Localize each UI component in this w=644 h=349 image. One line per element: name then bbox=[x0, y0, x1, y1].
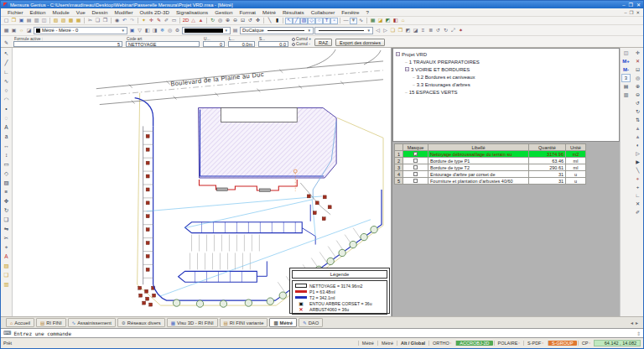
redo-icon[interactable]: ↷ bbox=[128, 17, 136, 24]
play-animation-icon[interactable]: ▶ bbox=[633, 158, 642, 166]
copy-icon[interactable]: ❏ bbox=[94, 17, 101, 24]
color-combo[interactable]: ▼ bbox=[182, 27, 231, 34]
menu-item-outils-2d-3d[interactable]: Outils 2D-3D bbox=[137, 9, 173, 15]
hatch-style-icon[interactable]: ▨ bbox=[2, 261, 11, 270]
open-file-icon[interactable]: ❒ bbox=[10, 17, 18, 24]
display-icon[interactable]: ▭ bbox=[170, 17, 178, 24]
bring-front-icon[interactable]: ◩ bbox=[404, 27, 412, 34]
maximize-button[interactable]: ❐ bbox=[629, 2, 633, 8]
tree-item-1-travaux-preparatoires[interactable]: ‒1 TRAVAUX PREPARATOIRES bbox=[396, 58, 619, 65]
explode-icon[interactable]: ✶ bbox=[457, 27, 465, 34]
menu-item-signalisations[interactable]: Signalisations bbox=[173, 9, 211, 15]
menu-item-collaborer[interactable]: Collaborer bbox=[308, 9, 339, 15]
target-point-icon[interactable]: ⌖ bbox=[633, 174, 642, 183]
drawing-canvas[interactable]: Boulevard de la Plaine au Duc bbox=[13, 48, 392, 316]
zoom-extents-icon[interactable]: ◎ bbox=[633, 74, 642, 82]
tree-root[interactable]: −Projet VRD bbox=[396, 50, 619, 58]
menu-item-[interactable]: ? bbox=[363, 9, 372, 15]
collapse-icon[interactable]: − bbox=[405, 67, 409, 71]
save-layer-icon[interactable]: ▣ bbox=[128, 27, 136, 34]
u-input[interactable]: 0 bbox=[203, 41, 225, 47]
close-button[interactable]: ✕ bbox=[636, 2, 641, 8]
bulb-icon[interactable]: ☼ bbox=[18, 27, 25, 34]
regen-icon[interactable]: ↻ bbox=[633, 107, 642, 116]
draw-line-icon[interactable]: ╱ bbox=[2, 58, 11, 67]
masque-header[interactable]: Masque bbox=[403, 144, 428, 151]
masque-checkbox[interactable] bbox=[413, 172, 418, 176]
offset-icon[interactable]: ≡ bbox=[2, 187, 11, 196]
tree-item-3-2-bordures-et-caniveaux[interactable]: ‒3.2 Bordures et caniveaux bbox=[396, 73, 619, 81]
save-icon[interactable]: ▣ bbox=[18, 17, 25, 24]
dimension-linear-icon[interactable]: ↔ bbox=[2, 141, 11, 150]
table-row-3[interactable]: 3Bordure de type T2290.61ml bbox=[395, 164, 586, 171]
layer-state-icon[interactable]: ◪ bbox=[25, 27, 33, 34]
zoom-out-icon[interactable]: ⊖ bbox=[633, 91, 642, 99]
dimension-vertical-icon[interactable]: ↕ bbox=[2, 150, 11, 159]
import-icon[interactable]: ▤ bbox=[25, 17, 33, 24]
text-icon[interactable]: A bbox=[2, 122, 11, 132]
lineweight-combo[interactable]: ▼ bbox=[314, 27, 373, 34]
corner-node-icon[interactable]: ∟ bbox=[633, 191, 642, 200]
collapse-icon[interactable]: − bbox=[396, 52, 400, 56]
command-line[interactable]: ⌨ Entrez une commande ⇕ bbox=[1, 328, 643, 338]
draw-rectangle-icon[interactable]: ▭ bbox=[2, 159, 11, 169]
zoom-in-icon[interactable]: ⊕ bbox=[224, 17, 231, 24]
draw-arc-icon[interactable]: ◠ bbox=[2, 95, 11, 104]
layer-paste-icon[interactable]: ▩ bbox=[67, 17, 75, 24]
unite-header[interactable]: Unité bbox=[566, 144, 586, 151]
send-back-icon[interactable]: ◪ bbox=[412, 27, 419, 34]
find-icon[interactable]: ◉ bbox=[113, 17, 121, 24]
mode-2d-icon[interactable]: 2D bbox=[182, 17, 190, 24]
menu-item-edition[interactable]: Edition bbox=[27, 9, 49, 15]
markup-icon[interactable]: ◧ bbox=[392, 17, 399, 24]
snap-grid-icon[interactable]: ▲ bbox=[197, 17, 205, 24]
tab-scroll-left-icon[interactable]: ◂ bbox=[631, 320, 633, 326]
doc-close-button[interactable]: ✕ bbox=[636, 10, 640, 15]
metre-plus-icon[interactable]: M+ bbox=[621, 57, 631, 65]
undo-icon[interactable]: ↶ bbox=[121, 17, 128, 24]
tree-item-3-voirie-et-bordures[interactable]: −3 VOIRIE ET BORDURES bbox=[396, 65, 619, 73]
new-file-icon[interactable]: ▢ bbox=[3, 17, 10, 24]
layer-manage-icon[interactable]: ▦ bbox=[75, 17, 82, 24]
draw-line-icon[interactable]: ╲ bbox=[266, 17, 273, 24]
isolate-layer-icon[interactable]: ◎ bbox=[166, 27, 174, 34]
menu-item-m-tr[interactable]: Métré bbox=[259, 9, 279, 15]
zoom-out-icon[interactable]: ⊖ bbox=[231, 17, 239, 24]
grid-toggle-icon[interactable]: ▦ bbox=[3, 27, 10, 34]
unlock-layer-icon[interactable]: ◨ bbox=[151, 27, 158, 34]
face-up-icon[interactable]: ▲ bbox=[633, 124, 642, 133]
hatch-icon[interactable]: ▨ bbox=[2, 178, 11, 187]
snap-object-icon[interactable]: △ bbox=[190, 17, 197, 24]
trim-icon[interactable]: ✂ bbox=[2, 233, 11, 242]
tab-ri-fini-variante[interactable]: ▤RI FINI variante bbox=[220, 318, 268, 327]
table-row-1[interactable]: 1✓Nettoyage débroussaillage du terrain s… bbox=[395, 151, 586, 158]
status-toggle-accrobj-2d[interactable]: ACCROBJ-2D bbox=[455, 341, 492, 346]
table-row-4[interactable]: 4Entourage d'arbre par corset de31u bbox=[395, 171, 586, 178]
measure-icon[interactable]: ✛ bbox=[148, 17, 155, 24]
masque-checkbox[interactable] bbox=[413, 165, 418, 169]
view-3d-icon[interactable]: ◪ bbox=[377, 17, 384, 24]
block-library-icon[interactable]: ❏ bbox=[2, 270, 11, 279]
tab-assainissement[interactable]: ∿Assainissement bbox=[68, 318, 116, 327]
command-input[interactable]: Entrez une commande bbox=[13, 331, 71, 336]
menu-item-fen-tre[interactable]: Fenêtre bbox=[338, 9, 362, 15]
masque-checkbox[interactable]: ✓ bbox=[413, 152, 418, 156]
minimize-button[interactable]: – bbox=[622, 2, 625, 8]
sheet-style-icon[interactable]: ▥ bbox=[2, 279, 11, 289]
menu-item-vue[interactable]: Vue bbox=[73, 9, 89, 15]
status-toggle-polaire[interactable]: POLAIRE° bbox=[494, 341, 523, 346]
screen-view-icon[interactable]: ▮ bbox=[273, 17, 281, 24]
tab-r-seaux-divers[interactable]: ⚙Réseaux divers bbox=[117, 318, 165, 327]
layer-new-icon[interactable]: ▧ bbox=[52, 17, 60, 24]
raz-button[interactable]: RAZ bbox=[314, 39, 332, 46]
window-view-icon[interactable]: ◫ bbox=[621, 49, 631, 57]
match-properties-icon[interactable]: ◁ bbox=[374, 27, 382, 34]
cut-node-icon[interactable]: ✕ bbox=[633, 200, 642, 208]
linetype-combo[interactable]: DuCalque ▼ bbox=[240, 27, 314, 34]
tab-visu-3d-ri-fini[interactable]: ▦Visu 3D - RI FINI bbox=[167, 318, 218, 327]
resize-handle-icon[interactable]: ⇕ bbox=[636, 331, 641, 336]
annotation-icon[interactable]: ▼ bbox=[350, 18, 357, 24]
print-preview-icon[interactable]: ◫ bbox=[40, 17, 48, 24]
image-insert-icon[interactable]: ▦ bbox=[369, 17, 377, 24]
lock-layer-icon[interactable]: ◧ bbox=[143, 27, 151, 34]
